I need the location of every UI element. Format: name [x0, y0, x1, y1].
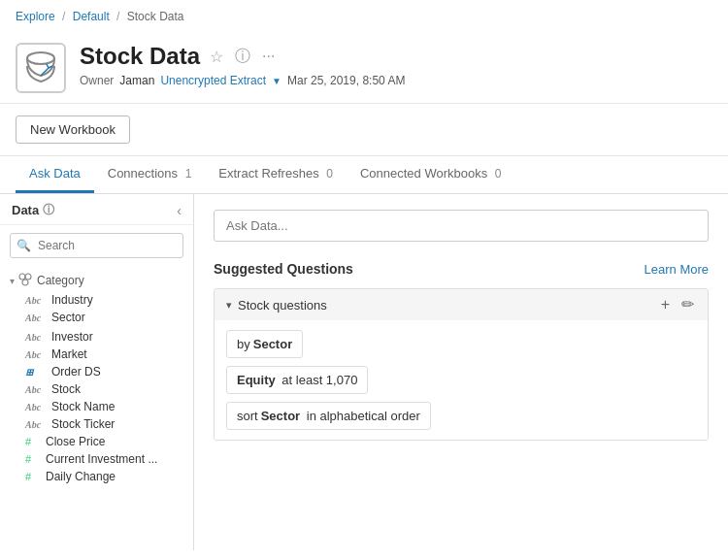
chip-bold: Equity: [237, 373, 276, 387]
accordion-header[interactable]: ▾ Stock questions + ✏: [215, 289, 708, 320]
stock-questions-accordion: ▾ Stock questions + ✏ by Sector Equity a…: [214, 288, 709, 441]
item-label: Stock Name: [51, 400, 115, 413]
new-workbook-button[interactable]: New Workbook: [16, 115, 130, 144]
tab-extract-refreshes[interactable]: Extract Refreshes 0: [205, 156, 347, 193]
header-title-row: Stock Data ☆ ⓘ ···: [80, 43, 712, 70]
type-abc-icon: Abc: [25, 419, 47, 430]
favorite-icon[interactable]: ☆: [208, 46, 225, 68]
suggested-questions-title: Suggested Questions: [214, 261, 353, 277]
item-label: Stock Ticker: [51, 417, 115, 431]
chip-text: at least 1,070: [279, 373, 358, 387]
tabs: Ask Data Connections 1 Extract Refreshes…: [0, 156, 728, 194]
svg-point-2: [25, 274, 31, 280]
list-item[interactable]: Abc Sector: [0, 309, 193, 326]
header-info: Stock Data ☆ ⓘ ··· Owner Jaman Unencrypt…: [80, 43, 712, 87]
chip-text: sort: [237, 409, 258, 423]
accordion-actions: + ✏: [659, 297, 696, 313]
extract-link[interactable]: Unencrypted Extract: [160, 74, 266, 87]
type-numeric-icon: #: [25, 471, 41, 482]
item-label: Market: [51, 347, 87, 361]
type-numeric-icon: #: [25, 436, 41, 447]
more-options-icon[interactable]: ···: [260, 46, 277, 67]
category-group-header[interactable]: ▾ Category: [0, 270, 193, 291]
suggestion-chip[interactable]: sort Sector in alphabetical order: [226, 402, 431, 430]
accordion-body: by Sector Equity at least 1,070 sort Sec…: [215, 320, 708, 440]
list-item[interactable]: # Close Price: [0, 433, 193, 450]
breadcrumb: Explore / Default / Stock Data: [0, 0, 728, 31]
list-item[interactable]: Abc Investor: [0, 328, 193, 346]
owner-label: Owner: [80, 74, 114, 87]
ask-data-input-wrap: [214, 210, 709, 242]
type-abc-icon: Abc: [25, 313, 47, 323]
breadcrumb-explore[interactable]: Explore: [16, 10, 55, 23]
sidebar: Data ⓘ ‹ 🔍 ▾: [0, 194, 194, 550]
data-tree: ▾ Category Abc Industry Abc: [0, 266, 193, 489]
suggestion-chip[interactable]: by Sector: [226, 330, 303, 358]
search-input[interactable]: [10, 233, 183, 258]
item-label: Industry: [51, 293, 93, 307]
type-numeric-icon: #: [25, 453, 41, 465]
owner-name: Jaman: [119, 74, 154, 87]
ask-data-input[interactable]: [214, 210, 709, 242]
svg-point-3: [22, 280, 28, 285]
info-icon[interactable]: ⓘ: [233, 45, 252, 69]
sidebar-info-icon[interactable]: ⓘ: [43, 202, 54, 218]
svg-point-0: [27, 52, 54, 64]
learn-more-link[interactable]: Learn More: [645, 262, 709, 277]
suggested-questions-header: Suggested Questions Learn More: [214, 261, 709, 277]
type-abc-icon: Abc: [25, 384, 47, 395]
list-item[interactable]: ⊞ Order DS: [0, 363, 193, 380]
tab-ask-data[interactable]: Ask Data: [16, 156, 94, 193]
extract-dropdown-icon[interactable]: ▼: [272, 76, 281, 86]
chip-bold: Sector: [261, 409, 300, 423]
sidebar-title: Data ⓘ: [12, 202, 54, 218]
sidebar-header: Data ⓘ ‹: [0, 194, 193, 225]
breadcrumb-current: Stock Data: [127, 10, 184, 23]
chip-text: by: [237, 337, 250, 351]
type-db-icon: ⊞: [25, 367, 47, 378]
accordion-edit-button[interactable]: ✏: [679, 297, 696, 313]
item-label: Sector: [51, 311, 85, 324]
accordion-title: Stock questions: [238, 298, 327, 313]
new-workbook-area: New Workbook: [0, 104, 728, 156]
list-item[interactable]: Abc Industry: [0, 291, 193, 309]
list-item[interactable]: Abc Stock: [0, 380, 193, 398]
search-icon: 🔍: [17, 239, 31, 252]
item-label: Investor: [51, 330, 93, 344]
type-abc-icon: Abc: [25, 402, 47, 412]
list-item[interactable]: Abc Stock Ticker: [0, 415, 193, 433]
page-title: Stock Data: [80, 43, 200, 70]
category-group: ▾ Category Abc Industry Abc: [0, 270, 193, 326]
svg-point-1: [19, 274, 25, 280]
header-meta: Owner Jaman Unencrypted Extract ▼ Mar 25…: [80, 74, 712, 87]
item-label: Stock: [51, 382, 81, 396]
chip-text-suffix: in alphabetical order: [303, 409, 420, 423]
tab-connections[interactable]: Connections 1: [94, 156, 206, 193]
datasource-icon: [16, 43, 66, 93]
category-group-icon: [18, 273, 32, 288]
right-panel: Suggested Questions Learn More ▾ Stock q…: [194, 194, 728, 550]
item-label: Current Investment ...: [46, 452, 157, 466]
accordion-chevron-icon: ▾: [226, 299, 232, 312]
item-label: Order DS: [51, 365, 101, 379]
suggestion-chip[interactable]: Equity at least 1,070: [226, 366, 368, 394]
item-label: Daily Change: [46, 470, 116, 483]
chip-bold: Sector: [253, 337, 292, 351]
type-abc-icon: Abc: [25, 349, 47, 360]
category-label: Category: [37, 274, 84, 287]
header: Stock Data ☆ ⓘ ··· Owner Jaman Unencrypt…: [0, 31, 728, 104]
accordion-add-button[interactable]: +: [659, 297, 672, 313]
sidebar-collapse-button[interactable]: ‹: [177, 203, 182, 218]
tab-connected-workbooks[interactable]: Connected Workbooks 0: [347, 156, 515, 193]
type-abc-icon: Abc: [25, 332, 47, 343]
list-item[interactable]: # Current Investment ...: [0, 450, 193, 468]
search-box: 🔍: [10, 233, 183, 258]
list-item[interactable]: Abc Market: [0, 346, 193, 363]
accordion-header-left: ▾ Stock questions: [226, 298, 327, 313]
list-item[interactable]: # Daily Change: [0, 468, 193, 485]
item-label: Close Price: [46, 435, 105, 448]
main-content: Data ⓘ ‹ 🔍 ▾: [0, 194, 728, 550]
breadcrumb-default[interactable]: Default: [73, 10, 110, 23]
list-item[interactable]: Abc Stock Name: [0, 398, 193, 415]
type-abc-icon: Abc: [25, 295, 47, 306]
